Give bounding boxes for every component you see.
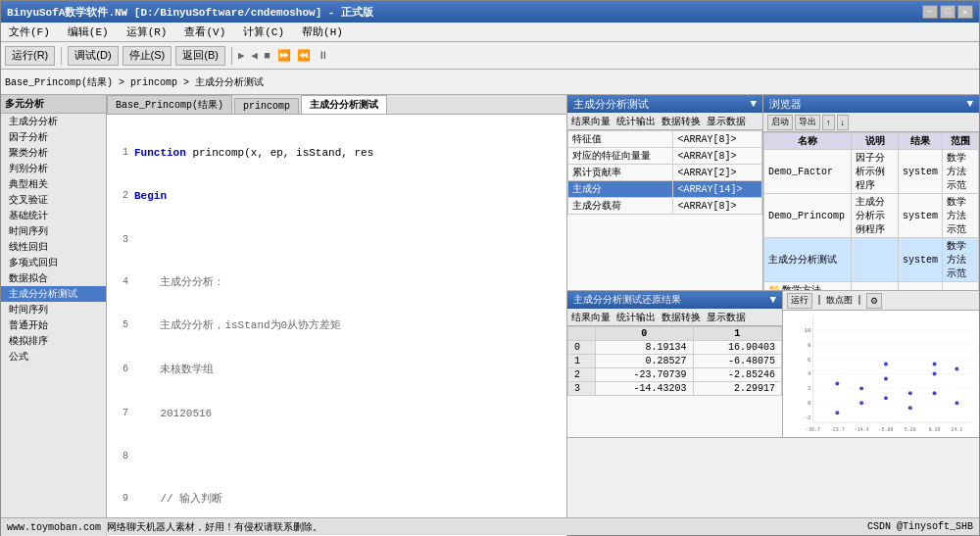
menu-file[interactable]: 文件(F): [5, 24, 54, 40]
code-line-2: 2 Begin: [107, 189, 566, 204]
sidebar-item-timeseries[interactable]: 时间序列: [1, 223, 106, 239]
svg-text:6: 6: [808, 357, 811, 364]
sidebar-item-pca[interactable]: 主成分分析: [1, 114, 106, 129]
close-button[interactable]: ✕: [957, 5, 973, 19]
svg-point-35: [884, 363, 888, 366]
code-line-3: 3: [107, 233, 566, 247]
data-menu-vector[interactable]: 结果向量: [571, 311, 611, 324]
tree-row-demo-pca[interactable]: Demo_Princomp 主成分分析示例程序 system 数学方法示范: [764, 194, 979, 238]
svg-text:10: 10: [804, 327, 811, 334]
sidebar-item-poly[interactable]: 多项式回归: [1, 255, 106, 270]
code-line-5: 5 主成分分析，isStand为0从协方差矩: [107, 318, 566, 333]
maximize-button[interactable]: □: [940, 5, 956, 19]
sidebar-item-pca-test[interactable]: 主成分分析测试: [1, 286, 106, 302]
tree-btn-down[interactable]: ↓: [837, 115, 850, 130]
svg-text:-23.7: -23.7: [830, 427, 845, 432]
sep1: [61, 47, 62, 65]
sidebar-item-ts2[interactable]: 时间序列: [1, 302, 106, 317]
tree-toolbar: 启动 导出 ↑ ↓: [763, 113, 979, 132]
chart-toolbar: 运行 | 散点图 | ⚙: [783, 291, 979, 311]
results-menu-transform[interactable]: 数据转换: [662, 115, 701, 128]
tree-col-result: 结果: [898, 133, 942, 150]
results-title: 主成分分析测试 ▼: [567, 95, 762, 113]
code-editor: Base_Princomp(结果) princomp 主成分分析测试 1 Fun…: [107, 95, 567, 536]
main-window: BinyuSofA数学软件.NW [D:/BinyuSoftware/cndem…: [0, 0, 980, 536]
menu-help[interactable]: 帮助(H): [298, 24, 347, 40]
back-button[interactable]: 返回(B): [175, 46, 225, 66]
code-tabs: Base_Princomp(结果) princomp 主成分分析测试: [107, 95, 566, 115]
run-button[interactable]: 运行(R): [5, 46, 55, 66]
data-row-2: 2 -23.70739 -2.85246: [568, 368, 782, 382]
data-menu-display[interactable]: 显示数据: [707, 311, 746, 324]
tab-pca-test[interactable]: 主成分分析测试: [301, 95, 387, 114]
status-bar: www.toymoban.com 网络聊天机器人素材，好用！有侵权请联系删除。 …: [1, 517, 979, 535]
results-menu-display[interactable]: 显示数据: [707, 115, 746, 128]
chart-label-scatter: 散点图: [826, 294, 853, 307]
chart-btn-settings[interactable]: ⚙: [866, 293, 882, 309]
tree-col-desc: 说明: [852, 133, 899, 150]
tree-row-pca-test[interactable]: 主成分分析测试 system 数学方法示范: [764, 238, 979, 282]
menu-view[interactable]: 查看(V): [180, 24, 229, 40]
sidebar-item-fit[interactable]: 数据拟合: [1, 270, 106, 286]
svg-point-34: [933, 391, 937, 395]
toolbar-icons: ▶ ◀ ■ ⏩ ⏪ ⏸: [238, 49, 328, 62]
chart-btn-run[interactable]: 运行: [787, 293, 812, 309]
sidebar-item-cross[interactable]: 交叉验证: [1, 192, 106, 208]
svg-point-29: [884, 376, 888, 380]
svg-point-32: [835, 411, 839, 414]
tree-btn-up[interactable]: ↑: [822, 115, 835, 130]
results-row-loading: 主成分载荷 <ARRAY[8]>: [568, 198, 762, 215]
data-menu-stat[interactable]: 统计输出: [616, 311, 656, 324]
svg-text:2: 2: [808, 385, 811, 392]
menu-calc[interactable]: 计算(C): [239, 24, 288, 40]
stop-button[interactable]: 停止(S): [122, 46, 172, 66]
svg-point-31: [908, 406, 912, 410]
tree-btn-start[interactable]: 启动: [767, 115, 793, 130]
svg-point-28: [933, 363, 937, 366]
results-menu-vector[interactable]: 结果向量: [571, 115, 611, 128]
minimize-button[interactable]: ─: [922, 5, 938, 19]
title-bar: BinyuSofA数学软件.NW [D:/BinyuSoftware/cndem…: [1, 1, 979, 23]
svg-point-22: [933, 372, 937, 376]
tree-row-demo-factor[interactable]: Demo_Factor 因子分析示例程序 system 数学方法示范: [764, 150, 979, 194]
window-title: BinyuSofA数学软件.NW [D:/BinyuSoftware/cndem…: [7, 5, 373, 20]
menu-edit[interactable]: 编辑(E): [64, 24, 113, 40]
tab-base-princomp[interactable]: Base_Princomp(结果): [107, 95, 232, 114]
panel-middle: 主成分分析测试还原结果 ▼ 结果向量 统计输出 数据转换 显示数据: [567, 291, 979, 438]
sidebar-item-discriminant[interactable]: 判别分析: [1, 161, 106, 176]
sidebar-item-basic[interactable]: 基础统计: [1, 208, 106, 223]
results-row-eigenvector: 对应的特征向量量 <ARRAY[8]>: [568, 148, 762, 165]
code-content: 1 Function princomp(x, ep, isStand, res …: [107, 115, 566, 536]
sidebar-item-start[interactable]: 普通开始: [1, 317, 106, 333]
sidebar-item-canonical[interactable]: 典型相关: [1, 176, 106, 192]
svg-point-27: [955, 401, 958, 405]
code-line-6: 6 未核数学组: [107, 363, 566, 377]
results-row-pca: 主成分 <ARRAY[14]>: [568, 181, 762, 198]
code-line-9: 9 // 输入判断: [107, 492, 566, 507]
chart-panel: 运行 | 散点图 | ⚙: [783, 291, 979, 437]
sidebar-item-regression[interactable]: 线性回归: [1, 239, 106, 255]
svg-point-30: [859, 401, 863, 405]
svg-point-33: [955, 367, 958, 371]
sidebar-item-sort[interactable]: 模拟排序: [1, 333, 106, 349]
svg-text:8.19: 8.19: [929, 427, 941, 432]
svg-text:-14.4: -14.4: [855, 427, 869, 432]
tab-princomp[interactable]: princomp: [234, 98, 299, 114]
svg-text:-36.7: -36.7: [806, 427, 820, 432]
sidebar-item-formula[interactable]: 公式: [1, 349, 106, 365]
toolbar2: Base_Princomp(结果) > princomp > 主成分分析测试: [1, 70, 979, 95]
sidebar-item-factor[interactable]: 因子分析: [1, 129, 106, 145]
panel-top: 主成分分析测试 ▼ 结果向量 统计输出 数据转换 显示数据 特征值 <A: [567, 95, 979, 291]
debug-button[interactable]: 调试(D): [68, 46, 118, 66]
sidebar-header: 多元分析: [1, 95, 106, 114]
tree-table: 名称 说明 结果 范围 Demo_Factor 因子分析示例程序: [763, 132, 979, 290]
tree-btn-export[interactable]: 导出: [795, 115, 820, 130]
data-menu-transform[interactable]: 数据转换: [662, 311, 701, 324]
chart-area: 10 8 6 4 2 0 -2 -36.7 -23.7 -14.4 -5.86: [783, 311, 979, 437]
results-menu-stat[interactable]: 统计输出: [616, 115, 656, 128]
menu-run[interactable]: 运算(R): [122, 24, 172, 40]
tree-row-math[interactable]: 数学方法: [764, 282, 979, 291]
svg-text:4: 4: [808, 370, 811, 377]
scatter-chart: 10 8 6 4 2 0 -2 -36.7 -23.7 -14.4 -5.86: [783, 311, 979, 437]
sidebar-item-cluster[interactable]: 聚类分析: [1, 145, 106, 161]
